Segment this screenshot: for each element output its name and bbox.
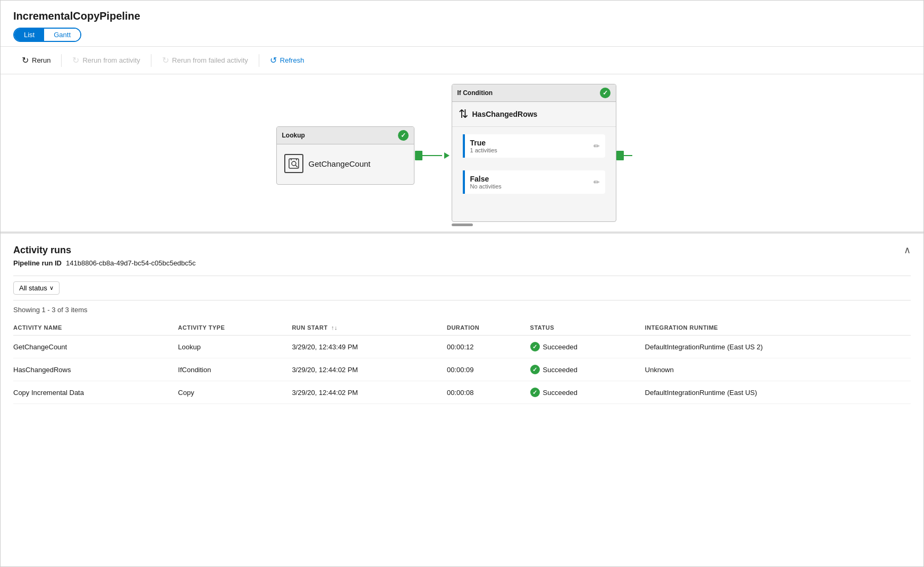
if-node-header: If Condition ✓: [452, 84, 616, 102]
col-activity-name-label: ACTIVITY NAME: [13, 324, 62, 331]
cell-status: ✓ Succeeded: [530, 381, 645, 404]
pipeline-run-id-row: Pipeline run ID 141b8806-cb8a-49d7-bc54-…: [13, 259, 911, 267]
status-filter-button[interactable]: All status ∨: [13, 281, 60, 295]
tab-bar: List Gantt: [1, 28, 923, 47]
if-activity-name: HasChangedRows: [472, 110, 538, 118]
cell-status: ✓ Succeeded: [530, 336, 645, 358]
cell-activity-name: GetChangeCount: [13, 336, 178, 358]
status-success: ✓ Succeeded: [530, 388, 639, 397]
svg-rect-1: [415, 151, 422, 160]
tab-toggle: List Gantt: [13, 28, 81, 42]
true-branch-edit-icon[interactable]: ✏: [594, 142, 600, 150]
lookup-node[interactable]: Lookup ✓ GetChangeCount: [276, 126, 414, 185]
false-branch-container: False No activities ✏: [452, 165, 616, 201]
pipeline-canvas-area: Lookup ✓ GetChangeCount: [1, 74, 923, 234]
refresh-label: Refresh: [280, 56, 304, 64]
col-activity-name: ACTIVITY NAME: [13, 320, 178, 336]
cell-duration: 00:00:12: [447, 336, 530, 358]
svg-line-7: [295, 165, 298, 167]
table-body: GetChangeCountLookup3/29/20, 12:43:49 PM…: [13, 336, 911, 404]
svg-rect-4: [616, 151, 624, 160]
col-run-start: RUN START ↑↓: [292, 320, 447, 336]
if-condition-node[interactable]: If Condition ✓ ⇅ HasChangedRows True 1 a…: [452, 84, 616, 222]
status-success: ✓ Succeeded: [530, 342, 639, 351]
toolbar-divider-2: [151, 54, 151, 67]
toolbar-divider-1: [61, 54, 62, 67]
col-activity-type-label: ACTIVITY TYPE: [178, 324, 225, 331]
rerun-label: Rerun: [32, 56, 50, 64]
collapse-button[interactable]: ∧: [904, 244, 911, 256]
cell-duration: 00:00:08: [447, 381, 530, 404]
tab-gantt[interactable]: Gantt: [44, 29, 80, 41]
activity-runs-header: Activity runs ∧: [13, 244, 911, 256]
if-subheader: ⇅ HasChangedRows: [452, 102, 616, 127]
true-branch[interactable]: True 1 activities ✏: [463, 134, 605, 158]
true-branch-container: True 1 activities ✏: [452, 127, 616, 165]
rerun-from-activity-label: Rerun from activity: [82, 56, 140, 64]
table-header: ACTIVITY NAME ACTIVITY TYPE RUN START ↑↓…: [13, 320, 911, 336]
false-branch-edit-icon[interactable]: ✏: [594, 178, 600, 186]
showing-text: Showing 1 - 3 of 3 items: [13, 306, 911, 314]
cell-run-start: 3/29/20, 12:43:49 PM: [292, 336, 447, 358]
rerun-from-failed-button[interactable]: ↻ Rerun from failed activity: [154, 52, 257, 68]
lookup-icon: [284, 154, 303, 173]
col-integration-runtime-label: INTEGRATION RUNTIME: [645, 324, 718, 331]
false-branch-sub: No activities: [470, 183, 502, 190]
refresh-icon: ↺: [270, 55, 277, 65]
refresh-button[interactable]: ↺ Refresh: [261, 52, 313, 68]
status-text: Succeeded: [543, 366, 578, 374]
filter-label: All status: [19, 284, 47, 292]
rerun-from-failed-label: Rerun from failed activity: [172, 56, 248, 64]
if-header-label: If Condition: [457, 89, 493, 97]
status-success-icon: ✓: [530, 342, 540, 351]
col-status-label: STATUS: [530, 324, 554, 331]
cell-run-start: 3/29/20, 12:44:02 PM: [292, 358, 447, 381]
tab-list[interactable]: List: [14, 29, 44, 41]
cell-integration-runtime: DefaultIntegrationRuntime (East US 2): [645, 336, 911, 358]
if-success-badge: ✓: [600, 88, 611, 98]
table-header-row: ACTIVITY NAME ACTIVITY TYPE RUN START ↑↓…: [13, 320, 911, 336]
cell-activity-name: HasChangedRows: [13, 358, 178, 381]
pipeline-run-id-label: Pipeline run ID: [13, 259, 62, 267]
lookup-node-body: GetChangeCount: [277, 144, 414, 183]
scroll-indicator: [452, 224, 473, 226]
true-branch-info: True 1 activities: [470, 139, 497, 153]
page-title: IncrementalCopyPipeline: [1, 1, 923, 28]
status-success-icon: ✓: [530, 365, 540, 374]
cell-status: ✓ Succeeded: [530, 358, 645, 381]
cell-activity-type: IfCondition: [178, 358, 292, 381]
pipeline-run-id-value: 141b8806-cb8a-49d7-bc54-c05bc5edbc5c: [66, 259, 196, 267]
col-integration-runtime: INTEGRATION RUNTIME: [645, 320, 911, 336]
true-branch-sub: 1 activities: [470, 147, 497, 153]
status-success: ✓ Succeeded: [530, 365, 639, 374]
cell-activity-name: Copy Incremental Data: [13, 381, 178, 404]
status-success-icon: ✓: [530, 388, 540, 397]
activity-table: ACTIVITY NAME ACTIVITY TYPE RUN START ↑↓…: [13, 320, 911, 404]
cell-activity-type: Lookup: [178, 336, 292, 358]
false-branch-info: False No activities: [470, 175, 502, 190]
pipeline-canvas: Lookup ✓ GetChangeCount: [276, 84, 648, 222]
col-run-start-label: RUN START: [292, 324, 327, 331]
status-text: Succeeded: [543, 389, 578, 397]
table-row: Copy Incremental DataCopy3/29/20, 12:44:…: [13, 381, 911, 404]
lookup-node-header: Lookup ✓: [277, 127, 414, 144]
false-branch-label: False: [470, 175, 502, 183]
rerun-button[interactable]: ↻ Rerun: [13, 52, 59, 68]
col-duration-label: DURATION: [447, 324, 479, 331]
toolbar: ↻ Rerun ↻ Rerun from activity ↻ Rerun fr…: [1, 47, 923, 74]
rerun-from-activity-icon: ↻: [72, 55, 79, 65]
false-branch[interactable]: False No activities ✏: [463, 170, 605, 194]
true-branch-label: True: [470, 139, 497, 147]
sort-icon[interactable]: ↑↓: [331, 324, 337, 331]
col-duration: DURATION: [447, 320, 530, 336]
cell-integration-runtime: DefaultIntegrationRuntime (East US): [645, 381, 911, 404]
chevron-down-icon: ∨: [49, 285, 54, 291]
lookup-node-name: GetChangeCount: [309, 159, 371, 168]
svg-point-6: [292, 161, 296, 166]
col-status: STATUS: [530, 320, 645, 336]
table-row: HasChangedRowsIfCondition3/29/20, 12:44:…: [13, 358, 911, 381]
rerun-from-activity-button[interactable]: ↻ Rerun from activity: [64, 52, 148, 68]
table-row: GetChangeCountLookup3/29/20, 12:43:49 PM…: [13, 336, 911, 358]
svg-marker-2: [444, 152, 450, 159]
rerun-from-failed-icon: ↻: [162, 55, 169, 65]
